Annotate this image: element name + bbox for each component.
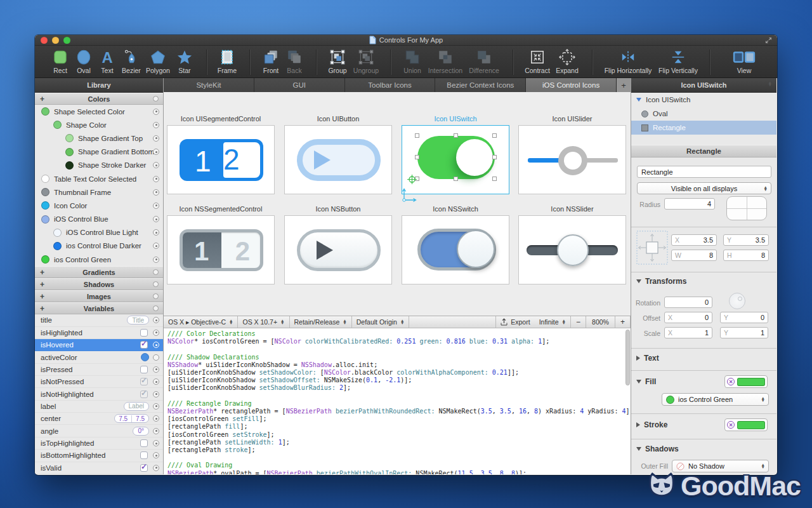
selection-handle[interactable] xyxy=(415,155,419,159)
transforms-section-header[interactable]: Transforms xyxy=(636,277,686,286)
radio-icon[interactable] xyxy=(153,342,159,348)
tab-toolbar-icons[interactable]: Toolbar Icons xyxy=(345,78,436,92)
selection-handle[interactable] xyxy=(492,177,497,181)
selection-handle[interactable] xyxy=(492,155,497,159)
code-scrollbar[interactable] xyxy=(625,330,630,385)
add-icon[interactable]: + xyxy=(40,304,44,313)
variable-title[interactable]: titleTitle xyxy=(35,314,163,326)
uiswitch-graphic[interactable] xyxy=(417,136,495,179)
variable-isvalid[interactable]: isValid✓ xyxy=(35,462,163,474)
radio-icon[interactable] xyxy=(153,257,159,263)
disclosure-triangle-icon[interactable] xyxy=(636,98,641,102)
variable-checkbox[interactable] xyxy=(140,366,148,373)
library-color-icon-color[interactable]: Icon Color xyxy=(35,199,163,212)
radio-icon[interactable] xyxy=(153,149,159,155)
library-color-ios-control-blue-darker[interactable]: ios Control Blue Darker xyxy=(35,239,163,253)
library-color-shape-color[interactable]: Shape Color xyxy=(35,118,163,131)
variable-value-field[interactable]: 0° xyxy=(133,427,149,436)
variable-color-swatch[interactable] xyxy=(141,353,149,361)
layer-oval[interactable]: Oval xyxy=(631,107,776,121)
titlebar[interactable]: Controls For My App xyxy=(35,35,777,46)
selection-handle[interactable] xyxy=(454,177,458,181)
variable-checkbox[interactable] xyxy=(140,439,148,447)
variable-checkbox[interactable]: ✓ xyxy=(140,391,148,398)
library-section-shadows[interactable]: +Shadows xyxy=(35,278,163,290)
color-swatch-icon[interactable] xyxy=(53,121,62,129)
variable-value-field[interactable]: Title xyxy=(127,316,149,324)
shadows-section-header[interactable]: Shadows xyxy=(636,444,679,453)
variable-checkbox[interactable] xyxy=(140,329,148,337)
color-swatch-icon[interactable] xyxy=(41,215,49,224)
uisegmentedcontrol-graphic[interactable]: 12 xyxy=(180,139,263,181)
zoom-out-button[interactable]: − xyxy=(571,316,586,328)
color-swatch-icon[interactable] xyxy=(53,229,62,237)
variable-label[interactable]: labelLabel xyxy=(35,401,163,413)
library-section-colors[interactable]: +Colors xyxy=(35,93,163,105)
color-swatch-icon[interactable] xyxy=(41,175,49,183)
slider-track-empty[interactable] xyxy=(585,158,618,163)
export-button[interactable]: Export xyxy=(495,316,534,328)
add-tab-button[interactable]: + xyxy=(617,78,631,92)
resizing-constraints-widget[interactable] xyxy=(636,231,668,265)
fill-color-swatch[interactable] xyxy=(737,378,765,386)
nsswitch-graphic[interactable] xyxy=(417,229,496,271)
radio-icon[interactable] xyxy=(153,216,159,222)
variable-checkbox[interactable] xyxy=(140,451,148,459)
library-section-gradients[interactable]: +Gradients xyxy=(35,266,163,278)
stroke-section-header[interactable]: Stroke xyxy=(636,420,667,429)
color-swatch-icon[interactable] xyxy=(53,242,62,250)
add-icon[interactable]: + xyxy=(40,292,44,301)
add-icon[interactable]: + xyxy=(40,280,44,289)
code-area[interactable]: //// Color DeclarationsNSColor* iosContr… xyxy=(164,328,631,474)
add-icon[interactable]: + xyxy=(40,268,44,277)
color-swatch-icon[interactable] xyxy=(65,161,74,170)
color-swatch-icon[interactable] xyxy=(41,188,49,196)
variable-pair-field[interactable]: 7.57.5 xyxy=(114,414,149,423)
library-color-ios-control-green[interactable]: ios Control Green xyxy=(35,253,163,266)
variable-ishighlighted[interactable]: isHighlighted xyxy=(35,327,163,339)
offset-x-field[interactable]: X0 xyxy=(664,312,712,323)
library-color-thumbnail-frame[interactable]: Thumbnail Frame xyxy=(35,185,163,199)
radio-icon[interactable] xyxy=(153,415,159,422)
rotation-dial[interactable] xyxy=(729,293,745,309)
fill-color-dropdown[interactable]: ios Control Green ▲▼ xyxy=(662,393,769,406)
visibility-dropdown[interactable]: Visible on all displays ▲▼ xyxy=(637,182,771,194)
header-stepper-icon[interactable]: ▲▼ xyxy=(768,81,772,86)
artboard-icon-uiswitch[interactable] xyxy=(402,125,509,194)
artboard-icon-nsbutton[interactable] xyxy=(284,215,392,284)
radio-icon[interactable] xyxy=(153,189,159,196)
height-field[interactable]: H8 xyxy=(723,250,769,261)
library-color-table-text-color-selected[interactable]: Table Text Color Selected xyxy=(35,172,163,185)
toolbar-item-flip-vertically[interactable]: Flip Vertically xyxy=(643,48,713,74)
canvas[interactable]: Icon UISegmentedControl12Icon UIButtonIc… xyxy=(164,92,631,316)
variable-center[interactable]: center7.57.5 xyxy=(35,413,163,425)
radio-icon[interactable] xyxy=(153,465,159,471)
close-button[interactable] xyxy=(41,37,48,44)
radio-icon[interactable] xyxy=(153,109,159,115)
artboard-icon-nsslider[interactable] xyxy=(518,215,626,284)
library-color-shape-gradient-bottom[interactable]: Shape Gradient Bottom xyxy=(35,145,163,159)
stroke-color-swatch[interactable] xyxy=(737,421,765,429)
variable-isnotpressed[interactable]: isNotPressed✓ xyxy=(35,376,163,388)
radio-icon[interactable] xyxy=(153,354,159,361)
slider-knob[interactable] xyxy=(558,146,587,175)
radio-icon[interactable] xyxy=(153,317,159,323)
radio-icon[interactable] xyxy=(153,203,159,209)
nssegmentedcontrol-graphic[interactable]: 12 xyxy=(180,229,263,271)
zoom-button[interactable] xyxy=(63,37,70,44)
color-swatch-icon[interactable] xyxy=(65,134,74,142)
selection-handle[interactable] xyxy=(415,133,419,138)
fill-section-header[interactable]: Fill xyxy=(636,377,656,386)
offset-y-field[interactable]: Y0 xyxy=(720,312,768,323)
variable-istophighlighted[interactable]: isTopHighlighted xyxy=(35,438,163,450)
tab-bezier-context-icons[interactable]: Bezier Context Icons xyxy=(435,78,526,92)
tab-ios-control-icons[interactable]: iOS Control Icons xyxy=(526,78,617,92)
color-swatch-icon[interactable] xyxy=(41,201,49,210)
radio-icon[interactable] xyxy=(153,176,159,182)
library-color-shape-gradient-top[interactable]: Shape Gradient Top xyxy=(35,131,163,145)
variable-value-field[interactable]: Label xyxy=(124,402,149,411)
canvas-mode-dropdown[interactable]: Infinite▲▼ xyxy=(535,316,571,328)
minimize-button[interactable] xyxy=(52,37,59,44)
fullscreen-icon[interactable] xyxy=(765,37,772,44)
width-field[interactable]: W8 xyxy=(671,250,717,261)
